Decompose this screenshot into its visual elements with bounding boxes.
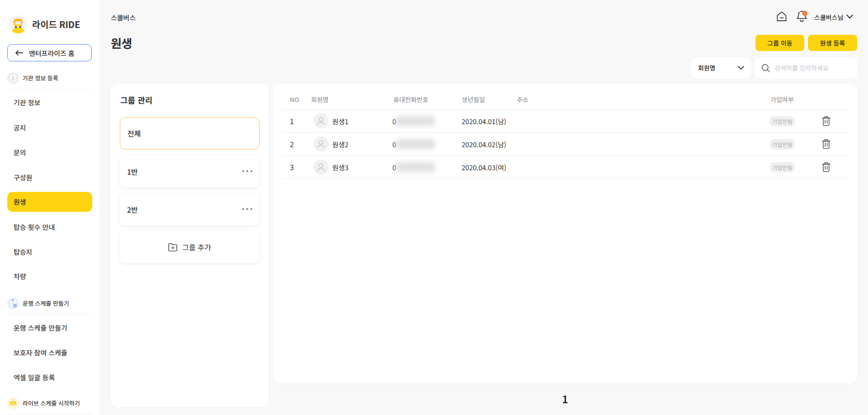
svg-text:ON: ON (11, 402, 15, 406)
